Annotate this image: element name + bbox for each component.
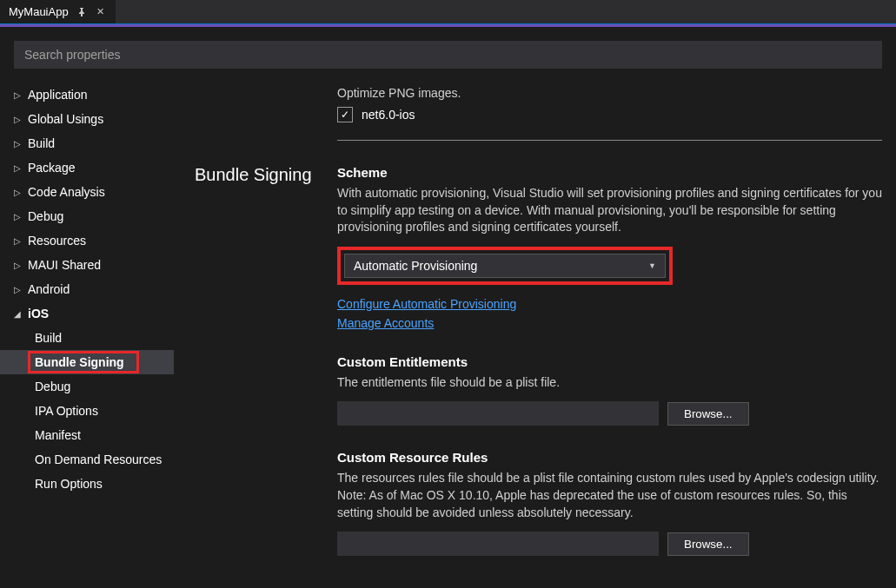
net6-ios-label: net6.0-ios — [362, 108, 415, 122]
close-icon[interactable]: ✕ — [95, 6, 107, 18]
section-divider — [337, 140, 882, 141]
search-input[interactable] — [14, 41, 882, 69]
chevron-right-icon: ▷ — [14, 90, 23, 100]
resource-rules-input[interactable] — [337, 532, 659, 556]
target-framework-checkbox-row: ✓ net6.0-ios — [337, 107, 882, 122]
entitlements-group: Custom Entitlements The entitlements fil… — [337, 354, 882, 426]
sidebar-item-package[interactable]: ▷Package — [0, 155, 174, 180]
pin-icon[interactable] — [76, 6, 88, 18]
document-tab[interactable]: MyMauiApp ✕ — [0, 0, 116, 23]
sidebar-item-build[interactable]: ▷Build — [0, 131, 174, 155]
chevron-right-icon: ▷ — [14, 212, 23, 221]
entitlements-input[interactable] — [337, 401, 659, 426]
sidebar: ▷Application ▷Global Usings ▷Build ▷Pack… — [0, 79, 174, 588]
tab-bar: MyMauiApp ✕ — [0, 0, 896, 24]
resource-rules-label: Custom Resource Rules — [337, 450, 882, 465]
sidebar-item-android[interactable]: ▷Android — [0, 277, 174, 301]
caret-down-icon: ▼ — [648, 261, 656, 270]
content-pane: Optimize PNG images. ✓ net6.0-ios Bundle… — [174, 79, 896, 588]
configure-provisioning-link[interactable]: Configure Automatic Provisioning — [337, 297, 882, 311]
sidebar-item-code-analysis[interactable]: ▷Code Analysis — [0, 180, 174, 204]
entitlements-description: The entitlements file should be a plist … — [337, 374, 882, 392]
sidebar-item-debug[interactable]: ▷Debug — [0, 204, 174, 228]
chevron-right-icon: ▷ — [14, 163, 23, 173]
sidebar-item-ios-on-demand-resources[interactable]: On Demand Resources — [0, 447, 174, 472]
tab-title: MyMauiApp — [9, 5, 69, 18]
sidebar-item-ios-ipa-options[interactable]: IPA Options — [0, 399, 174, 423]
scheme-dropdown-value: Automatic Provisioning — [354, 259, 477, 273]
scheme-dropdown[interactable]: Automatic Provisioning ▼ — [344, 254, 666, 278]
sidebar-item-maui-shared[interactable]: ▷MAUI Shared — [0, 253, 174, 277]
chevron-right-icon: ▷ — [14, 188, 23, 197]
sidebar-item-ios-manifest[interactable]: Manifest — [0, 423, 174, 447]
scheme-dropdown-highlight: Automatic Provisioning ▼ — [337, 247, 673, 285]
sidebar-item-global-usings[interactable]: ▷Global Usings — [0, 107, 174, 131]
entitlements-browse-button[interactable]: Browse... — [667, 402, 749, 426]
prev-section-title — [195, 86, 316, 158]
sidebar-item-ios-build[interactable]: Build — [0, 326, 174, 350]
chevron-right-icon: ▷ — [14, 236, 23, 246]
chevron-right-icon: ▷ — [14, 261, 23, 270]
chevron-right-icon: ▷ — [14, 115, 23, 124]
chevron-right-icon: ▷ — [14, 139, 23, 149]
search-container — [0, 27, 896, 79]
section-title-bundle-signing: Bundle Signing — [195, 165, 316, 580]
sidebar-item-ios-debug[interactable]: Debug — [0, 374, 174, 399]
resource-rules-description: The resources rules file should be a pli… — [337, 470, 882, 521]
scheme-group: Scheme With automatic provisioning, Visu… — [337, 165, 882, 330]
resource-rules-browse-button[interactable]: Browse... — [667, 532, 749, 556]
sidebar-item-ios-run-options[interactable]: Run Options — [0, 472, 174, 496]
chevron-down-icon: ◢ — [14, 309, 23, 319]
sidebar-item-resources[interactable]: ▷Resources — [0, 228, 174, 253]
chevron-right-icon: ▷ — [14, 285, 23, 294]
sidebar-item-ios[interactable]: ◢iOS — [0, 301, 174, 326]
net6-ios-checkbox[interactable]: ✓ — [337, 107, 353, 122]
optimize-png-text: Optimize PNG images. — [337, 86, 882, 100]
sidebar-item-ios-bundle-signing[interactable]: Bundle Signing — [0, 350, 174, 374]
manage-accounts-link[interactable]: Manage Accounts — [337, 316, 882, 330]
scheme-description: With automatic provisioning, Visual Stud… — [337, 185, 882, 236]
sidebar-item-application[interactable]: ▷Application — [0, 83, 174, 107]
scheme-label: Scheme — [337, 165, 882, 180]
entitlements-label: Custom Entitlements — [337, 354, 882, 369]
resource-rules-group: Custom Resource Rules The resources rule… — [337, 450, 882, 556]
